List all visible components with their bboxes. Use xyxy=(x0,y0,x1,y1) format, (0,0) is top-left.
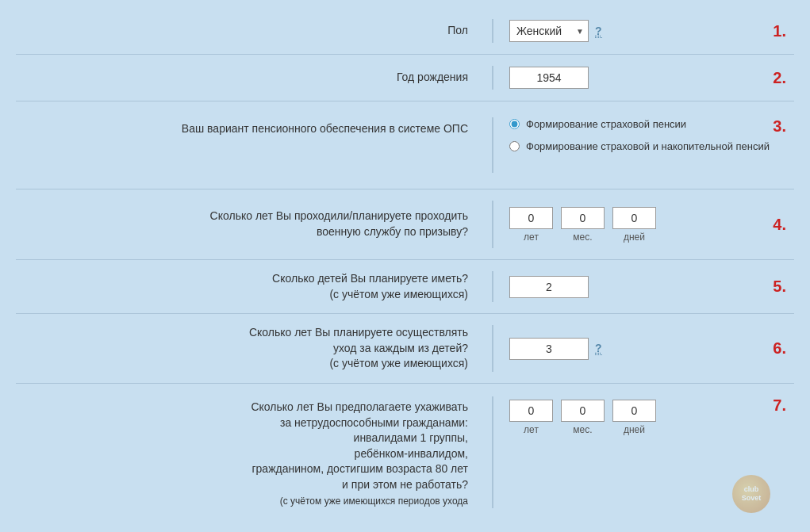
row-number-1: 1. xyxy=(773,22,786,40)
help-icon-6[interactable]: ? xyxy=(595,342,602,355)
military-days-item: дней xyxy=(612,207,656,243)
military-years-label: лет xyxy=(524,232,539,243)
disabled-years-label: лет xyxy=(524,424,539,435)
watermark-circle-text: clubSovet xyxy=(742,485,762,503)
row-number-3: 3. xyxy=(773,117,786,136)
divider-1 xyxy=(492,19,493,43)
label-birth-year: Год рождения xyxy=(16,70,492,86)
disabled-months-input[interactable] xyxy=(561,400,605,422)
label-pension-type: Ваш вариант пенсионного обеспечения в си… xyxy=(16,117,492,137)
row-number-4: 4. xyxy=(773,216,786,234)
military-years-item: лет xyxy=(509,207,553,243)
watermark-logo: clubSovet xyxy=(732,475,770,513)
control-children-count xyxy=(509,276,794,298)
disabled-months-item: мес. xyxy=(561,400,605,435)
gender-select[interactable]: Мужской Женский xyxy=(509,20,589,42)
pension-option-1: Формирование страховой пенсии xyxy=(509,117,770,132)
pension-radio-group: Формирование страховой пенсии Формирован… xyxy=(509,117,770,154)
pension-radio-2[interactable] xyxy=(509,141,520,151)
pension-label-2: Формирование страховой и накопительной п… xyxy=(526,140,770,154)
disabled-triple-input: лет мес. дней xyxy=(509,400,656,435)
divider-6 xyxy=(492,325,493,372)
row-military: Сколько лет Вы проходили/планируете прох… xyxy=(0,189,810,259)
military-days-label: дней xyxy=(624,232,645,243)
row-pension-type: Ваш вариант пенсионного обеспечения в си… xyxy=(0,101,810,189)
row-number-7: 7. xyxy=(773,396,786,415)
disabled-days-input[interactable] xyxy=(612,400,656,422)
divider-2 xyxy=(492,66,493,90)
military-triple-input: лет мес. дней xyxy=(509,207,656,243)
row-number-5: 5. xyxy=(773,277,786,296)
disabled-months-label: мес. xyxy=(573,424,592,435)
row-children-count: Сколько детей Вы планируете иметь?(с учё… xyxy=(0,260,810,313)
label-child-care: Сколько лет Вы планируете осуществлятьух… xyxy=(16,325,492,372)
label-military: Сколько лет Вы проходили/планируете прох… xyxy=(16,209,492,239)
row-child-care: Сколько лет Вы планируете осуществлятьух… xyxy=(0,314,810,383)
row-number-6: 6. xyxy=(773,339,786,358)
children-count-input[interactable] xyxy=(509,276,589,298)
control-pension-type: Формирование страховой пенсии Формирован… xyxy=(509,117,794,154)
row-birth-year: Год рождения 2. xyxy=(0,55,810,101)
birth-year-input[interactable] xyxy=(509,67,589,89)
disabled-days-label: дней xyxy=(624,424,645,435)
divider-4 xyxy=(492,201,493,248)
divider-3 xyxy=(492,117,493,173)
control-birth-year xyxy=(509,67,794,89)
child-care-input[interactable] xyxy=(509,338,589,360)
row-gender: Пол Мужской Женский ? 1. xyxy=(0,8,810,54)
pension-option-2: Формирование страховой и накопительной п… xyxy=(509,140,770,154)
military-days-input[interactable] xyxy=(612,207,656,229)
disabled-years-input[interactable] xyxy=(509,400,553,422)
military-years-input[interactable] xyxy=(509,207,553,229)
military-months-input[interactable] xyxy=(561,207,605,229)
label-children-count: Сколько детей Вы планируете иметь?(с учё… xyxy=(16,271,492,302)
disabled-years-item: лет xyxy=(509,400,553,435)
disabled-days-item: дней xyxy=(612,400,656,435)
row-number-2: 2. xyxy=(773,69,786,87)
gender-select-wrapper[interactable]: Мужской Женский xyxy=(509,20,589,42)
control-child-care: ? xyxy=(509,338,794,360)
divider-5 xyxy=(492,271,493,302)
pension-radio-1[interactable] xyxy=(509,119,520,129)
page-container: Пол Мужской Женский ? 1. Год рождения 2.… xyxy=(0,0,810,532)
help-icon-1[interactable]: ? xyxy=(595,25,602,38)
label-disabled-care: Сколько лет Вы предполагаете ухаживатьза… xyxy=(16,396,492,508)
divider-7 xyxy=(492,396,493,508)
military-months-label: мес. xyxy=(573,232,592,243)
pension-label-1: Формирование страховой пенсии xyxy=(526,117,686,132)
control-disabled-care: лет мес. дней xyxy=(509,396,794,435)
row-disabled-care: Сколько лет Вы предполагаете ухаживатьза… xyxy=(0,384,810,521)
control-gender: Мужской Женский ? xyxy=(509,20,794,42)
control-military: лет мес. дней xyxy=(509,207,794,243)
military-months-item: мес. xyxy=(561,207,605,243)
label-gender: Пол xyxy=(16,23,492,39)
